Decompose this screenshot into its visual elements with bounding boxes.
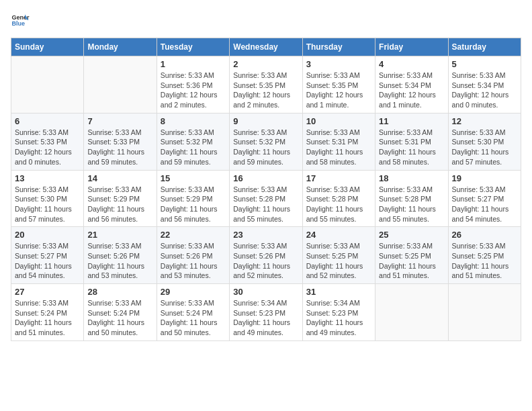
day-number: 25: [379, 230, 444, 240]
calendar-cell: 3Sunrise: 5:33 AM Sunset: 5:35 PM Daylig…: [302, 56, 375, 113]
calendar-cell: 20Sunrise: 5:33 AM Sunset: 5:27 PM Dayli…: [11, 227, 84, 284]
calendar-week-5: 27Sunrise: 5:33 AM Sunset: 5:24 PM Dayli…: [11, 284, 521, 341]
day-number: 30: [233, 287, 298, 297]
day-number: 3: [306, 59, 371, 69]
day-header-monday: Monday: [84, 38, 157, 56]
day-number: 5: [452, 59, 517, 69]
day-number: 2: [233, 59, 298, 69]
day-number: 15: [161, 173, 226, 183]
day-info: Sunrise: 5:33 AM Sunset: 5:27 PM Dayligh…: [15, 241, 80, 281]
calendar-cell: 29Sunrise: 5:33 AM Sunset: 5:24 PM Dayli…: [157, 284, 229, 341]
day-info: Sunrise: 5:33 AM Sunset: 5:24 PM Dayligh…: [87, 298, 152, 338]
calendar-cell: [448, 284, 521, 341]
day-number: 11: [379, 116, 444, 126]
day-info: Sunrise: 5:33 AM Sunset: 5:26 PM Dayligh…: [87, 241, 152, 281]
calendar-cell: 16Sunrise: 5:33 AM Sunset: 5:28 PM Dayli…: [230, 170, 302, 227]
day-info: Sunrise: 5:33 AM Sunset: 5:24 PM Dayligh…: [161, 298, 226, 338]
calendar-cell: 13Sunrise: 5:33 AM Sunset: 5:30 PM Dayli…: [11, 170, 84, 227]
day-header-thursday: Thursday: [302, 38, 375, 56]
day-info: Sunrise: 5:34 AM Sunset: 5:23 PM Dayligh…: [233, 298, 298, 338]
calendar-cell: 4Sunrise: 5:33 AM Sunset: 5:34 PM Daylig…: [375, 56, 448, 113]
day-info: Sunrise: 5:33 AM Sunset: 5:28 PM Dayligh…: [306, 185, 371, 224]
day-info: Sunrise: 5:33 AM Sunset: 5:28 PM Dayligh…: [233, 185, 298, 224]
calendar-week-2: 6Sunrise: 5:33 AM Sunset: 5:33 PM Daylig…: [11, 113, 521, 170]
day-number: 24: [306, 230, 371, 240]
calendar-cell: 6Sunrise: 5:33 AM Sunset: 5:33 PM Daylig…: [11, 113, 84, 170]
calendar-week-3: 13Sunrise: 5:33 AM Sunset: 5:30 PM Dayli…: [11, 170, 521, 227]
calendar-cell: 14Sunrise: 5:33 AM Sunset: 5:29 PM Dayli…: [84, 170, 157, 227]
day-header-wednesday: Wednesday: [230, 38, 302, 56]
calendar-cell: 15Sunrise: 5:33 AM Sunset: 5:29 PM Dayli…: [157, 170, 229, 227]
logo: General Blue: [11, 11, 35, 30]
day-info: Sunrise: 5:33 AM Sunset: 5:30 PM Dayligh…: [452, 128, 517, 167]
day-number: 12: [452, 116, 517, 126]
calendar-week-4: 20Sunrise: 5:33 AM Sunset: 5:27 PM Dayli…: [11, 227, 521, 284]
day-number: 13: [15, 173, 80, 183]
calendar-cell: 7Sunrise: 5:33 AM Sunset: 5:33 PM Daylig…: [84, 113, 157, 170]
day-number: 16: [233, 173, 298, 183]
day-info: Sunrise: 5:33 AM Sunset: 5:26 PM Dayligh…: [161, 241, 226, 281]
calendar-cell: 5Sunrise: 5:33 AM Sunset: 5:34 PM Daylig…: [448, 56, 521, 113]
calendar-cell: 9Sunrise: 5:33 AM Sunset: 5:32 PM Daylig…: [230, 113, 302, 170]
day-number: 7: [87, 116, 152, 126]
day-info: Sunrise: 5:34 AM Sunset: 5:23 PM Dayligh…: [306, 298, 371, 338]
calendar-cell: 31Sunrise: 5:34 AM Sunset: 5:23 PM Dayli…: [302, 284, 375, 341]
day-number: 4: [379, 59, 444, 69]
day-header-friday: Friday: [375, 38, 448, 56]
page-header: General Blue: [11, 11, 521, 30]
calendar-cell: 1Sunrise: 5:33 AM Sunset: 5:36 PM Daylig…: [157, 56, 229, 113]
day-info: Sunrise: 5:33 AM Sunset: 5:31 PM Dayligh…: [379, 128, 444, 167]
day-info: Sunrise: 5:33 AM Sunset: 5:30 PM Dayligh…: [15, 185, 80, 224]
day-info: Sunrise: 5:33 AM Sunset: 5:34 PM Dayligh…: [379, 71, 444, 110]
day-number: 10: [306, 116, 371, 126]
day-header-tuesday: Tuesday: [157, 38, 229, 56]
day-info: Sunrise: 5:33 AM Sunset: 5:29 PM Dayligh…: [161, 185, 226, 224]
calendar-week-1: 1Sunrise: 5:33 AM Sunset: 5:36 PM Daylig…: [11, 56, 521, 113]
day-info: Sunrise: 5:33 AM Sunset: 5:31 PM Dayligh…: [306, 128, 371, 167]
day-number: 31: [306, 287, 371, 297]
day-info: Sunrise: 5:33 AM Sunset: 5:29 PM Dayligh…: [87, 185, 152, 224]
calendar-cell: 27Sunrise: 5:33 AM Sunset: 5:24 PM Dayli…: [11, 284, 84, 341]
day-number: 19: [452, 173, 517, 183]
svg-text:Blue: Blue: [11, 20, 25, 27]
calendar-cell: 24Sunrise: 5:33 AM Sunset: 5:25 PM Dayli…: [302, 227, 375, 284]
calendar-cell: 10Sunrise: 5:33 AM Sunset: 5:31 PM Dayli…: [302, 113, 375, 170]
calendar-cell: 28Sunrise: 5:33 AM Sunset: 5:24 PM Dayli…: [84, 284, 157, 341]
day-info: Sunrise: 5:33 AM Sunset: 5:26 PM Dayligh…: [233, 241, 298, 281]
day-number: 1: [161, 59, 226, 69]
calendar-cell: 11Sunrise: 5:33 AM Sunset: 5:31 PM Dayli…: [375, 113, 448, 170]
day-info: Sunrise: 5:33 AM Sunset: 5:32 PM Dayligh…: [233, 128, 298, 167]
calendar-cell: [84, 56, 157, 113]
calendar-cell: 23Sunrise: 5:33 AM Sunset: 5:26 PM Dayli…: [230, 227, 302, 284]
day-number: 28: [87, 287, 152, 297]
day-number: 27: [15, 287, 80, 297]
day-number: 26: [452, 230, 517, 240]
day-info: Sunrise: 5:33 AM Sunset: 5:36 PM Dayligh…: [161, 71, 226, 110]
day-info: Sunrise: 5:33 AM Sunset: 5:35 PM Dayligh…: [233, 71, 298, 110]
calendar-cell: [375, 284, 448, 341]
day-info: Sunrise: 5:33 AM Sunset: 5:33 PM Dayligh…: [87, 128, 152, 167]
calendar-cell: 12Sunrise: 5:33 AM Sunset: 5:30 PM Dayli…: [448, 113, 521, 170]
day-number: 17: [306, 173, 371, 183]
logo-icon: General Blue: [11, 11, 30, 30]
calendar-cell: 17Sunrise: 5:33 AM Sunset: 5:28 PM Dayli…: [302, 170, 375, 227]
calendar-cell: 22Sunrise: 5:33 AM Sunset: 5:26 PM Dayli…: [157, 227, 229, 284]
day-number: 9: [233, 116, 298, 126]
day-number: 20: [15, 230, 80, 240]
day-info: Sunrise: 5:33 AM Sunset: 5:32 PM Dayligh…: [161, 128, 226, 167]
day-number: 14: [87, 173, 152, 183]
day-header-saturday: Saturday: [448, 38, 521, 56]
calendar-header: SundayMondayTuesdayWednesdayThursdayFrid…: [11, 38, 521, 56]
day-number: 22: [161, 230, 226, 240]
day-number: 6: [15, 116, 80, 126]
day-info: Sunrise: 5:33 AM Sunset: 5:27 PM Dayligh…: [452, 185, 517, 224]
day-info: Sunrise: 5:33 AM Sunset: 5:25 PM Dayligh…: [452, 241, 517, 281]
calendar-cell: 25Sunrise: 5:33 AM Sunset: 5:25 PM Dayli…: [375, 227, 448, 284]
day-number: 23: [233, 230, 298, 240]
calendar-cell: 19Sunrise: 5:33 AM Sunset: 5:27 PM Dayli…: [448, 170, 521, 227]
calendar-cell: 21Sunrise: 5:33 AM Sunset: 5:26 PM Dayli…: [84, 227, 157, 284]
day-number: 8: [161, 116, 226, 126]
calendar-cell: 30Sunrise: 5:34 AM Sunset: 5:23 PM Dayli…: [230, 284, 302, 341]
calendar-cell: 2Sunrise: 5:33 AM Sunset: 5:35 PM Daylig…: [230, 56, 302, 113]
calendar-body: 1Sunrise: 5:33 AM Sunset: 5:36 PM Daylig…: [11, 56, 521, 341]
